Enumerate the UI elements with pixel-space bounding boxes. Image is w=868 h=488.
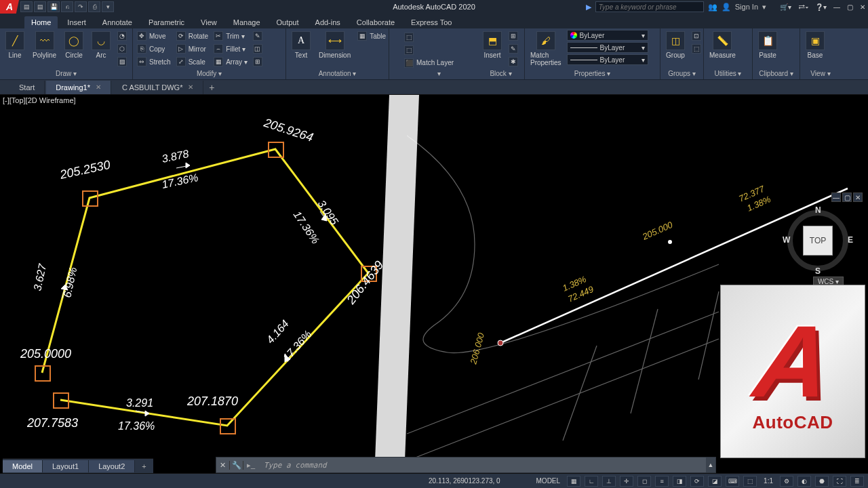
dimension-button[interactable]: ⟷Dimension — [316, 30, 353, 60]
move-button[interactable]: ✥Move — [136, 30, 172, 42]
doctab-asbuilt[interactable]: C ASBUILT DWG*✕ — [113, 81, 203, 94]
block-misc[interactable]: ✎ — [507, 43, 519, 55]
measure-button[interactable]: 📏Measure — [707, 30, 738, 60]
maximize-button[interactable]: ▢ — [847, 3, 853, 11]
color-select[interactable]: ByLayer▾ — [567, 30, 648, 41]
app-logo[interactable]: A — [0, 0, 19, 14]
draw-misc[interactable]: ⬡ — [116, 43, 128, 55]
layout-tab-layout1[interactable]: Layout1 — [43, 460, 89, 472]
grid-toggle-icon[interactable]: ▦ — [567, 476, 580, 487]
group-label[interactable]: Modify ▾ — [136, 70, 283, 78]
trim-button[interactable]: ✂Trim ▾ — [212, 30, 249, 42]
clean-screen-icon[interactable]: ⛶ — [833, 476, 846, 487]
dropdown-icon[interactable]: ▾ — [762, 3, 766, 12]
tab-output[interactable]: Output — [270, 16, 306, 28]
command-settings-icon[interactable]: 🔧 — [230, 461, 243, 470]
block-misc[interactable]: ✱ — [507, 56, 519, 68]
gear-icon[interactable]: ⚙ — [780, 476, 793, 487]
group-misc[interactable]: ⊡ — [690, 30, 703, 42]
rotate-button[interactable]: ⟳Rotate — [175, 30, 210, 42]
group-label[interactable]: Properties ▾ — [528, 70, 657, 78]
command-close-icon[interactable]: ✕ — [216, 461, 230, 470]
viewcube-e[interactable]: E — [848, 235, 853, 245]
paste-button[interactable]: 📋Paste — [755, 30, 780, 60]
modify-misc[interactable]: ✎ — [252, 30, 264, 42]
close-button[interactable]: ✕ — [860, 3, 865, 11]
qat-btn[interactable]: ▤ — [20, 1, 33, 12]
snap-toggle-icon[interactable]: ∟ — [585, 476, 598, 487]
minimize-button[interactable]: — — [833, 3, 840, 11]
vp-min-icon[interactable]: — — [831, 192, 841, 202]
modify-misc[interactable]: ◫ — [252, 43, 264, 55]
table-button[interactable]: ▦Table — [356, 30, 387, 42]
layer-misc[interactable]: ⬚ — [403, 31, 455, 43]
sign-in-link[interactable]: Sign In — [735, 3, 758, 11]
search-input[interactable] — [595, 1, 704, 12]
text-button[interactable]: AText — [289, 30, 313, 60]
osnap-toggle-icon[interactable]: ◻ — [637, 476, 651, 487]
3dosnap-icon[interactable]: ◪ — [708, 476, 722, 487]
tab-annotate[interactable]: Annotate — [96, 16, 139, 28]
stretch-button[interactable]: ⇔Stretch — [136, 56, 172, 68]
line-button[interactable]: ╱Line — [3, 30, 27, 60]
mirror-button[interactable]: ▷Mirror — [175, 43, 210, 55]
modify-misc[interactable]: ⊞ — [252, 56, 264, 68]
block-misc[interactable]: ⊞ — [507, 30, 519, 42]
arc-button[interactable]: ◡Arc — [89, 30, 113, 60]
viewcube[interactable]: TOP N S E W — [784, 207, 852, 274]
ortho-toggle-icon[interactable]: ⊥ — [602, 476, 616, 487]
tab-view[interactable]: View — [194, 16, 224, 28]
feature-midpoint[interactable] — [668, 240, 672, 244]
coordinates-readout[interactable]: 20.113, 2690123.273, 0 — [4, 477, 500, 485]
close-icon[interactable]: ✕ — [188, 83, 193, 91]
group-label[interactable]: Annotation ▾ — [289, 70, 386, 78]
share-icon[interactable]: ⮂▾ — [798, 3, 808, 11]
group-label[interactable]: Block ▾ — [480, 70, 521, 78]
layer-misc[interactable]: ⬚ — [403, 44, 455, 56]
drawing-area[interactable]: [-][Top][2D Wireframe] 205.0000 205.2530… — [0, 95, 868, 462]
base-button[interactable]: ▣Base — [803, 30, 827, 60]
group-label[interactable]: View ▾ — [803, 70, 838, 78]
group-label[interactable]: Utilities ▾ — [707, 70, 749, 78]
polyline-button[interactable]: 〰Polyline — [30, 30, 59, 60]
lineweight-select[interactable]: ByLayer▾ — [567, 42, 648, 53]
qat-save-btn[interactable]: 💾 — [47, 1, 60, 12]
isolate-icon[interactable]: ◐ — [797, 476, 811, 487]
dyn-input-icon[interactable]: ⌨ — [726, 476, 739, 487]
qat-btn[interactable]: ▤ — [34, 1, 46, 12]
tab-parametric[interactable]: Parametric — [142, 16, 191, 28]
group-label[interactable]: Draw ▾ — [3, 70, 130, 78]
group-label[interactable]: Groups ▾ — [663, 70, 701, 78]
draw-misc[interactable]: ◔ — [116, 30, 128, 42]
group-misc[interactable]: ⬚ — [690, 43, 703, 55]
group-button[interactable]: ◫Group — [663, 30, 688, 60]
people-icon[interactable]: 👥 — [708, 3, 717, 12]
viewcube-ring[interactable] — [787, 210, 848, 271]
tab-collaborate[interactable]: Collaborate — [350, 16, 401, 28]
tab-manage[interactable]: Manage — [226, 16, 267, 28]
cart-icon[interactable]: 🛒▾ — [780, 3, 791, 11]
tab-insert[interactable]: Insert — [60, 16, 93, 28]
insert-button[interactable]: ⬒Insert — [480, 30, 505, 60]
copy-button[interactable]: ⎘Copy — [136, 43, 172, 55]
group-label[interactable]: Clipboard ▾ — [755, 70, 797, 78]
hardware-icon[interactable]: ⬣ — [815, 476, 829, 487]
circle-button[interactable]: ◯Circle — [62, 30, 86, 60]
lwt-toggle-icon[interactable]: ≡ — [655, 476, 669, 487]
layout-tab-layout2[interactable]: Layout2 — [89, 460, 135, 472]
model-toggle[interactable]: MODEL — [534, 477, 564, 485]
viewcube-s[interactable]: S — [815, 266, 821, 276]
viewcube-w[interactable]: W — [783, 235, 790, 245]
command-line[interactable]: ✕ 🔧 ▸_ Type a command ▲ — [216, 457, 716, 473]
qat-print-btn[interactable]: ⎙ — [88, 1, 100, 12]
viewcube-n[interactable]: N — [815, 205, 821, 215]
command-input[interactable]: Type a command — [258, 461, 706, 470]
scale-button[interactable]: ⤢Scale — [175, 56, 210, 68]
vp-close-icon[interactable]: ✕ — [853, 192, 863, 202]
transparency-toggle-icon[interactable]: ◨ — [673, 476, 686, 487]
qat-undo-btn[interactable]: ⎌ — [61, 1, 73, 12]
customize-icon[interactable]: ≣ — [850, 476, 864, 487]
array-button[interactable]: ▦Array ▾ — [212, 56, 249, 68]
new-doc-button[interactable]: + — [205, 82, 218, 93]
quickprop-icon[interactable]: ⬚ — [743, 476, 757, 487]
